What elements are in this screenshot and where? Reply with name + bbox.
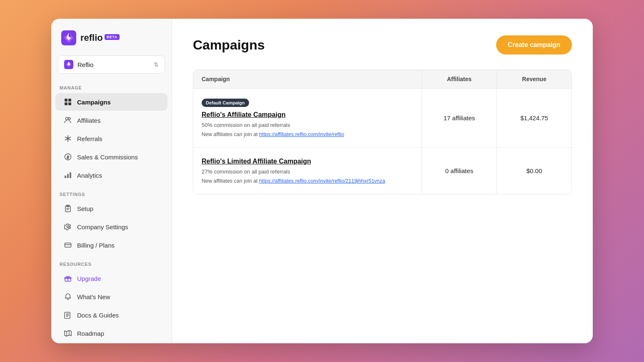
- book-icon: [64, 311, 72, 319]
- campaigns-label: Campaigns: [77, 99, 111, 106]
- sidebar-item-company-settings[interactable]: Company Settings: [55, 218, 167, 236]
- svg-point-12: [68, 118, 70, 120]
- referrals-label: Referrals: [77, 135, 102, 142]
- app-container: reflioBETA Reflio ⇅ MANAGE Campaigns: [51, 19, 593, 343]
- affiliates-label: Affiliates: [77, 117, 100, 124]
- table-header: Campaign Affiliates Revenue: [193, 70, 572, 89]
- affiliates-cell-1: 17 affiliates: [422, 89, 497, 147]
- manage-section-label: MANAGE: [51, 82, 172, 93]
- company-settings-label: Company Settings: [77, 223, 128, 231]
- credit-card-icon: [64, 241, 72, 249]
- bell-icon: [64, 293, 72, 301]
- logo-area: reflioBETA: [51, 19, 172, 55]
- workspace-selector[interactable]: Reflio ⇅: [58, 55, 165, 74]
- default-badge: Default Campaign: [202, 99, 249, 107]
- sidebar-item-referrals[interactable]: Referrals: [55, 130, 167, 147]
- sales-commissions-label: Sales & Commissions: [77, 154, 138, 161]
- people-icon: [64, 116, 72, 124]
- gear-icon: [64, 223, 72, 231]
- svg-rect-8: [68, 99, 71, 102]
- sidebar-item-sales-commissions[interactable]: Sales & Commissions: [55, 148, 167, 166]
- revenue-cell-1: $1,424.75: [497, 89, 572, 147]
- settings-section-label: SETTINGS: [51, 188, 172, 199]
- gift-icon: [64, 274, 72, 283]
- asterisk-icon: [64, 134, 72, 143]
- th-revenue: Revenue: [497, 70, 572, 88]
- affiliates-cell-2: 0 affiliates: [422, 148, 497, 194]
- link-prefix-2: New affiliates can join at: [202, 178, 258, 184]
- campaign-link-row-2: New affiliates can join at https://affil…: [202, 178, 413, 184]
- svg-rect-7: [65, 99, 67, 102]
- bar-chart-icon: [64, 171, 72, 179]
- campaign-cell-2: Reflio's Limited Affiliate Campaign 27% …: [193, 148, 422, 194]
- link-prefix-1: New affiliates can join at: [202, 131, 258, 137]
- upgrade-label: Upgrade: [77, 275, 101, 282]
- th-affiliates: Affiliates: [422, 70, 497, 88]
- sidebar-item-affiliates[interactable]: Affiliates: [55, 112, 167, 129]
- page-title: Campaigns: [193, 37, 265, 53]
- sidebar-item-analytics[interactable]: Analytics: [55, 166, 167, 184]
- svg-point-23: [67, 226, 69, 228]
- sidebar-item-billing-plans[interactable]: Billing / Plans: [55, 236, 167, 254]
- sidebar-item-docs-guides[interactable]: Docs & Guides: [55, 306, 167, 324]
- table-icon: [64, 98, 72, 106]
- logo-text: reflioBETA: [80, 32, 120, 43]
- sidebar-item-whats-new[interactable]: What's New: [55, 288, 167, 305]
- campaign-link-row-1: New affiliates can join at https://affil…: [202, 131, 413, 137]
- svg-rect-17: [65, 176, 66, 178]
- campaign-link-2[interactable]: https://affiliates.reflio.com/invite/ref…: [259, 178, 385, 184]
- campaign-name-2[interactable]: Reflio's Limited Affiliate Campaign: [202, 158, 413, 165]
- sidebar-item-upgrade[interactable]: Upgrade: [55, 270, 167, 287]
- svg-point-11: [66, 117, 68, 120]
- th-campaign: Campaign: [193, 70, 422, 88]
- whats-new-label: What's New: [77, 293, 110, 300]
- billing-plans-label: Billing / Plans: [77, 242, 115, 249]
- svg-rect-9: [65, 102, 67, 105]
- beta-badge: BETA: [105, 34, 120, 40]
- campaign-name-1[interactable]: Reflio's Affiliate Campaign: [202, 111, 413, 119]
- setup-label: Setup: [77, 205, 93, 212]
- docs-guides-label: Docs & Guides: [77, 312, 119, 319]
- svg-rect-19: [70, 172, 71, 178]
- workspace-name: Reflio: [77, 61, 150, 68]
- svg-marker-31: [65, 330, 71, 336]
- svg-rect-18: [67, 174, 69, 178]
- svg-rect-10: [68, 102, 71, 105]
- main-header: Campaigns Create campaign: [193, 35, 572, 55]
- clipboard-icon: [64, 204, 72, 213]
- analytics-label: Analytics: [77, 172, 102, 179]
- campaign-link-1[interactable]: https://affiliates.reflio.com/invite/ref…: [259, 131, 344, 137]
- logo-icon: [61, 30, 76, 45]
- resources-section-label: RESOURCES: [51, 258, 172, 269]
- chevron-updown-icon: ⇅: [154, 61, 159, 68]
- campaign-desc-2: 27% commission on all paid referrals: [202, 169, 413, 175]
- dollar-circle-icon: [64, 153, 72, 161]
- sidebar-item-roadmap[interactable]: Roadmap: [55, 325, 167, 342]
- main-content: Campaigns Create campaign Campaign Affil…: [172, 19, 593, 343]
- campaign-cell-1: Default Campaign Reflio's Affiliate Camp…: [193, 89, 422, 147]
- campaign-desc-1: 50% commission on all paid referrals: [202, 122, 413, 128]
- table-row: Reflio's Limited Affiliate Campaign 27% …: [193, 148, 572, 194]
- sidebar-item-setup[interactable]: Setup: [55, 200, 167, 217]
- create-campaign-button[interactable]: Create campaign: [496, 35, 572, 55]
- svg-rect-24: [65, 243, 71, 247]
- workspace-logo-icon: [64, 60, 73, 69]
- roadmap-label: Roadmap: [77, 330, 104, 337]
- sidebar: reflioBETA Reflio ⇅ MANAGE Campaigns: [51, 19, 172, 343]
- revenue-cell-2: $0.00: [497, 148, 572, 194]
- sidebar-item-campaigns[interactable]: Campaigns: [55, 93, 167, 111]
- campaigns-table: Campaign Affiliates Revenue Default Camp…: [193, 69, 572, 194]
- table-row: Default Campaign Reflio's Affiliate Camp…: [193, 89, 572, 148]
- map-icon: [64, 329, 72, 337]
